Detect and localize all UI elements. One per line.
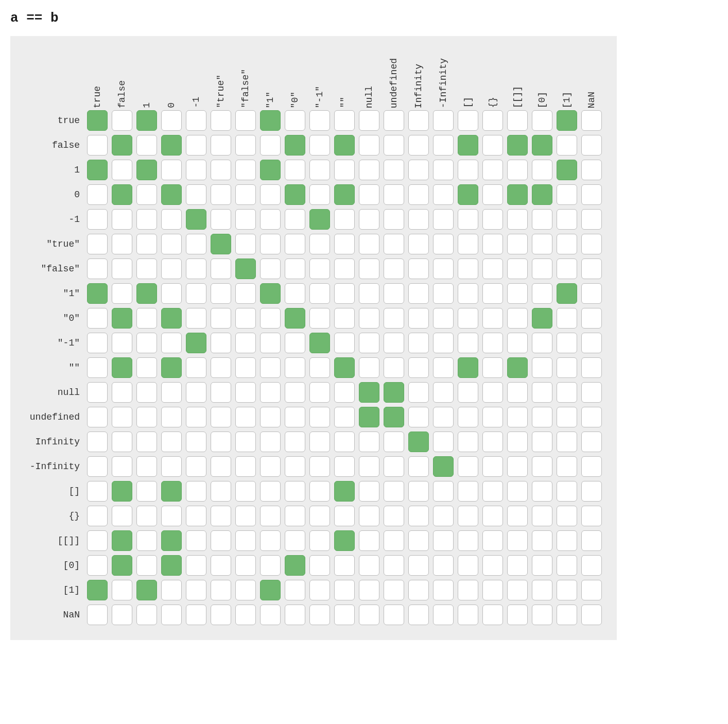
equality-cell bbox=[530, 380, 554, 405]
equality-cell bbox=[283, 281, 307, 306]
cell-false bbox=[581, 481, 602, 502]
equality-cell bbox=[357, 602, 382, 627]
equality-cell bbox=[579, 528, 604, 553]
equality-cell bbox=[307, 108, 332, 133]
cell-false bbox=[384, 283, 404, 304]
cell-true bbox=[161, 481, 182, 502]
cell-false bbox=[334, 555, 355, 576]
cell-false bbox=[359, 555, 379, 576]
equality-matrix: truefalse10-1"true""false""1""0""-1"""nu… bbox=[10, 36, 617, 640]
row-header: -Infinity bbox=[18, 461, 85, 472]
cell-false bbox=[260, 209, 281, 230]
cell-false bbox=[211, 481, 231, 502]
equality-cell bbox=[406, 504, 431, 528]
equality-cell bbox=[283, 182, 307, 207]
equality-cell bbox=[110, 256, 134, 281]
cell-false bbox=[557, 432, 577, 452]
equality-cell bbox=[85, 380, 110, 405]
cell-false bbox=[112, 258, 132, 279]
equality-cell bbox=[110, 380, 134, 405]
cell-false bbox=[309, 481, 330, 502]
cell-false bbox=[384, 456, 404, 477]
equality-cell bbox=[480, 232, 505, 256]
cell-false bbox=[359, 605, 379, 625]
row-header: undefined bbox=[18, 412, 85, 422]
row-header: "-1" bbox=[18, 338, 85, 348]
cell-false bbox=[161, 110, 182, 131]
equality-cell bbox=[579, 108, 604, 133]
cell-false bbox=[408, 605, 429, 625]
column-header-label: [[]] bbox=[512, 83, 523, 108]
cell-false bbox=[260, 432, 281, 452]
cell-false bbox=[458, 333, 478, 353]
equality-cell bbox=[134, 232, 159, 256]
cell-false bbox=[408, 530, 429, 551]
cell-false bbox=[309, 506, 330, 526]
equality-cell bbox=[209, 528, 233, 553]
cell-false bbox=[309, 432, 330, 452]
equality-cell bbox=[233, 454, 258, 479]
cell-false bbox=[433, 382, 454, 403]
cell-false bbox=[557, 135, 577, 156]
cell-false bbox=[581, 580, 602, 600]
cell-false bbox=[581, 209, 602, 230]
cell-false bbox=[581, 605, 602, 625]
equality-cell bbox=[554, 182, 579, 207]
cell-false bbox=[408, 234, 429, 254]
cell-false bbox=[408, 333, 429, 353]
equality-cell bbox=[184, 331, 209, 355]
cell-false bbox=[433, 135, 454, 156]
cell-false bbox=[285, 283, 305, 304]
equality-cell bbox=[357, 306, 382, 331]
cell-true bbox=[507, 135, 528, 156]
cell-false bbox=[112, 283, 132, 304]
cell-false bbox=[186, 481, 206, 502]
cell-true bbox=[557, 283, 577, 304]
cell-false bbox=[557, 555, 577, 576]
equality-cell bbox=[283, 158, 307, 182]
cell-false bbox=[186, 135, 206, 156]
equality-cell bbox=[258, 158, 283, 182]
equality-cell bbox=[505, 578, 530, 602]
equality-cell bbox=[283, 454, 307, 479]
equality-cell bbox=[382, 429, 406, 454]
equality-cell bbox=[307, 306, 332, 331]
cell-false bbox=[384, 357, 404, 378]
equality-cell bbox=[530, 578, 554, 602]
equality-cell bbox=[110, 133, 134, 158]
equality-cell bbox=[530, 429, 554, 454]
equality-cell bbox=[258, 182, 283, 207]
equality-cell bbox=[258, 331, 283, 355]
cell-false bbox=[433, 605, 454, 625]
equality-cell bbox=[431, 355, 456, 380]
cell-true bbox=[87, 283, 108, 304]
cell-false bbox=[136, 506, 157, 526]
equality-cell bbox=[431, 306, 456, 331]
cell-false bbox=[112, 506, 132, 526]
cell-false bbox=[309, 234, 330, 254]
cell-false bbox=[532, 506, 552, 526]
equality-cell bbox=[233, 553, 258, 578]
equality-cell bbox=[283, 602, 307, 627]
equality-cell bbox=[579, 405, 604, 429]
equality-cell bbox=[85, 108, 110, 133]
cell-false bbox=[87, 357, 108, 378]
grid-row: "0" bbox=[18, 306, 604, 331]
cell-false bbox=[260, 333, 281, 353]
equality-cell bbox=[110, 602, 134, 627]
cell-true bbox=[309, 209, 330, 230]
cell-false bbox=[285, 333, 305, 353]
cell-false bbox=[581, 234, 602, 254]
cell-false bbox=[384, 308, 404, 329]
column-header: "false" bbox=[233, 46, 258, 108]
equality-cell bbox=[530, 133, 554, 158]
column-header: true bbox=[85, 46, 110, 108]
equality-cell bbox=[307, 380, 332, 405]
equality-cell bbox=[209, 504, 233, 528]
equality-cell bbox=[85, 306, 110, 331]
cell-true bbox=[136, 110, 157, 131]
cell-false bbox=[458, 555, 478, 576]
row-header: -1 bbox=[18, 214, 85, 225]
cell-true bbox=[532, 308, 552, 329]
equality-cell bbox=[357, 232, 382, 256]
